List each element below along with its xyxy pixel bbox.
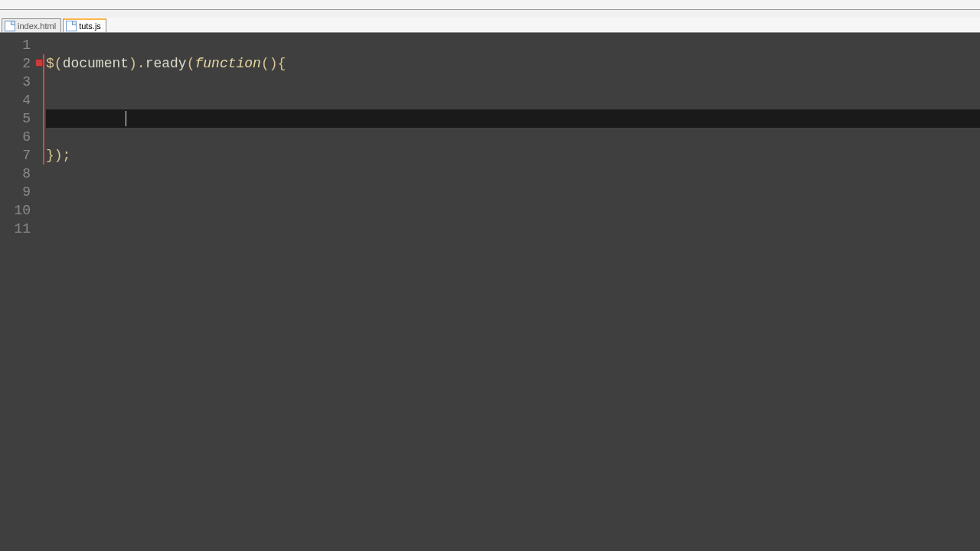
line-number: 4 bbox=[0, 91, 31, 109]
code-line[interactable] bbox=[46, 73, 980, 91]
code-line[interactable]: $(document).ready(function(){ bbox=[46, 54, 980, 73]
code-line[interactable] bbox=[46, 201, 980, 220]
code-line[interactable] bbox=[46, 165, 980, 183]
text-cursor bbox=[126, 111, 126, 126]
line-number: 10 bbox=[0, 201, 31, 220]
fold-column[interactable] bbox=[35, 33, 44, 551]
menubar[interactable] bbox=[0, 10, 980, 18]
file-icon bbox=[66, 21, 77, 31]
line-number: 6 bbox=[0, 128, 31, 146]
line-number: 11 bbox=[0, 220, 31, 238]
code-line[interactable] bbox=[46, 220, 980, 238]
code-line[interactable] bbox=[46, 91, 980, 109]
token: ready bbox=[145, 56, 187, 71]
tab-bar: index.html tuts.js bbox=[0, 18, 980, 33]
line-number: 9 bbox=[0, 183, 31, 201]
file-icon bbox=[5, 21, 15, 31]
tab-tuts-js[interactable]: tuts.js bbox=[63, 18, 106, 32]
line-number: 7 bbox=[0, 146, 31, 165]
token: ( bbox=[54, 56, 63, 71]
fold-marker-icon[interactable] bbox=[35, 59, 43, 67]
code-line[interactable] bbox=[46, 109, 980, 128]
token: $ bbox=[46, 56, 54, 71]
code-line[interactable] bbox=[46, 183, 980, 201]
code-area[interactable]: $(document).ready(function(){}); bbox=[44, 33, 980, 551]
line-number: 3 bbox=[0, 73, 31, 91]
token: ). bbox=[129, 56, 145, 71]
token: ( bbox=[187, 56, 195, 71]
token: }); bbox=[46, 148, 70, 163]
window-titlebar[interactable] bbox=[0, 0, 980, 10]
tab-label: index.html bbox=[18, 21, 56, 31]
code-line[interactable] bbox=[46, 128, 980, 146]
token: function bbox=[194, 56, 260, 71]
code-line[interactable] bbox=[46, 36, 980, 54]
line-number-gutter: 1234567891011 bbox=[0, 33, 35, 551]
code-editor[interactable]: 1234567891011 $(document).ready(function… bbox=[0, 33, 980, 551]
line-number: 5 bbox=[0, 109, 31, 128]
tab-label: tuts.js bbox=[79, 21, 101, 31]
token: document bbox=[63, 56, 129, 71]
line-number: 1 bbox=[0, 36, 31, 54]
editor-window: index.html tuts.js 1234567891011 $(docum… bbox=[0, 0, 980, 551]
line-number: 8 bbox=[0, 165, 31, 183]
line-number: 2 bbox=[0, 54, 31, 73]
token: (){ bbox=[261, 56, 286, 71]
tab-index-html[interactable]: index.html bbox=[2, 18, 61, 32]
code-line[interactable]: }); bbox=[46, 146, 980, 165]
